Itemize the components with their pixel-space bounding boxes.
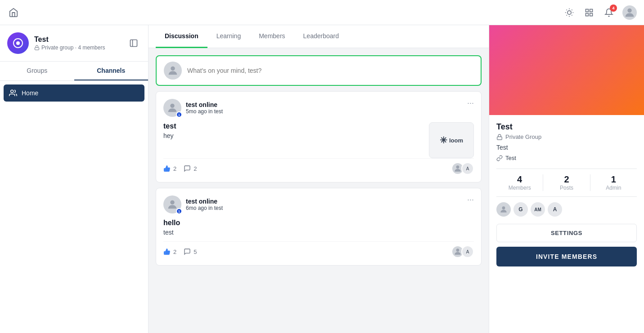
stat-admin-count: 1 (590, 174, 637, 185)
comment-count: 5 (194, 249, 197, 255)
top-nav-right: 4 (563, 5, 637, 20)
post-more-menu[interactable]: ··· (467, 99, 474, 107)
tab-members[interactable]: Members (250, 25, 294, 48)
left-sidebar: Test Private group · 4 members Groups Ch… (0, 25, 149, 333)
comment-count: 2 (194, 165, 197, 172)
svg-line-7 (567, 15, 567, 15)
post-text-area: hello test (163, 219, 474, 236)
right-group-type-label: Private Group (505, 133, 541, 140)
compose-input[interactable] (187, 67, 473, 74)
settings-button[interactable]: SETTINGS (496, 224, 637, 242)
compose-avatar (164, 62, 182, 80)
right-group-description: Test (496, 144, 637, 151)
user-avatar[interactable] (622, 5, 637, 20)
sidebar-toggle-icon[interactable] (126, 36, 141, 50)
right-group-type: Private Group (496, 133, 637, 140)
svg-point-20 (171, 67, 175, 71)
online-badge: 1 (176, 208, 182, 214)
like-count: 2 (173, 249, 176, 255)
top-nav-left (7, 6, 20, 19)
post-author-info: test online 6mo ago in test (186, 198, 223, 211)
member-avatar[interactable]: G (513, 202, 528, 217)
stat-members-label: Members (496, 185, 543, 191)
post-image-thumbnail[interactable]: ✳ loom (429, 122, 474, 158)
svg-rect-9 (586, 9, 589, 12)
post-actions: 2 5 A (163, 241, 474, 258)
member-avatar[interactable]: AM (531, 202, 545, 217)
group-logo (7, 32, 29, 54)
comment-action[interactable]: 5 (184, 248, 197, 255)
svg-point-0 (567, 10, 571, 14)
post-title: hello (163, 219, 474, 227)
post-text-area: test hey (163, 122, 423, 145)
svg-rect-12 (590, 13, 593, 16)
post-avatar: 1 (163, 195, 181, 213)
sidebar-item-home[interactable]: Home (4, 84, 144, 102)
loom-text: loom (449, 137, 463, 144)
group-info: Test Private group · 4 members (34, 36, 121, 51)
post-header: 1 test online 6mo ago in test ··· (163, 195, 474, 213)
like-action[interactable]: 2 (163, 165, 176, 172)
tab-learning[interactable]: Learning (207, 25, 250, 48)
home-nav-icon[interactable] (7, 6, 20, 19)
stat-members: 4 Members (496, 174, 543, 191)
sidebar-tab-groups[interactable]: Groups (0, 62, 74, 80)
grid-icon[interactable] (583, 6, 595, 19)
svg-point-26 (502, 206, 505, 209)
brightness-icon[interactable] (563, 6, 576, 19)
notification-icon[interactable]: 4 (603, 6, 615, 19)
svg-rect-25 (497, 137, 502, 139)
right-sidebar-content: Test Private Group Test Test 4 Me (489, 115, 644, 333)
reaction-avatar-2: A (461, 162, 474, 175)
stat-posts: 2 Posts (543, 174, 590, 191)
members-avatars-row: G AM A (496, 202, 637, 217)
post-card: 1 test online 5mo ago in test ··· test (156, 91, 482, 182)
post-header: 1 test online 5mo ago in test ··· (163, 99, 474, 117)
right-group-link-text: Test (505, 155, 516, 161)
right-group-name: Test (496, 122, 637, 132)
post-avatar: 1 (163, 99, 181, 117)
sidebar-tab-channels[interactable]: Channels (74, 62, 149, 80)
post-meta: 5mo ago in test (186, 108, 223, 115)
post-content-with-image: test hey ✳ loom (163, 122, 474, 158)
comment-action[interactable]: 2 (184, 165, 197, 172)
member-avatar[interactable]: A (548, 202, 562, 217)
member-avatar[interactable] (496, 202, 511, 217)
post-title: test (163, 122, 423, 130)
post-author-name: test online (186, 198, 223, 205)
svg-line-8 (572, 9, 572, 10)
post-meta: 6mo ago in test (186, 205, 223, 211)
invite-members-button[interactable]: INVITE MEMBERS (496, 247, 637, 266)
post-author-row: 1 test online 6mo ago in test (163, 195, 223, 213)
stat-admin-label: Admin (590, 185, 637, 191)
feed-area: 1 test online 5mo ago in test ··· test (149, 48, 489, 333)
tab-leaderboard[interactable]: Leaderboard (294, 25, 348, 48)
content-tabs: Discussion Learning Members Leaderboard (149, 25, 489, 48)
post-body: test (163, 229, 474, 236)
reaction-avatar-2: A (461, 245, 474, 258)
reaction-avatars: A (451, 162, 474, 175)
compose-box[interactable] (156, 55, 482, 86)
tab-discussion[interactable]: Discussion (156, 25, 207, 48)
svg-point-22 (456, 165, 459, 169)
stat-posts-count: 2 (543, 174, 590, 185)
like-count: 2 (173, 165, 176, 172)
main-content: Discussion Learning Members Leaderboard (149, 25, 489, 333)
group-name: Test (34, 36, 121, 44)
post-author-row: 1 test online 5mo ago in test (163, 99, 223, 117)
svg-point-21 (170, 104, 174, 108)
post-author-info: test online 5mo ago in test (186, 101, 223, 115)
stat-members-count: 4 (496, 174, 543, 185)
sidebar-navigation: Home (0, 81, 148, 105)
svg-rect-10 (590, 9, 593, 12)
like-action[interactable]: 2 (163, 248, 176, 255)
right-group-link: Test (496, 155, 637, 161)
loom-logo: ✳ loom (440, 135, 463, 146)
post-body: hey (163, 132, 423, 139)
post-more-menu[interactable]: ··· (467, 195, 474, 204)
svg-line-3 (567, 9, 567, 10)
svg-point-23 (170, 200, 174, 204)
svg-rect-11 (586, 13, 589, 16)
sidebar-item-home-label: Home (22, 89, 38, 97)
svg-point-13 (627, 8, 631, 12)
